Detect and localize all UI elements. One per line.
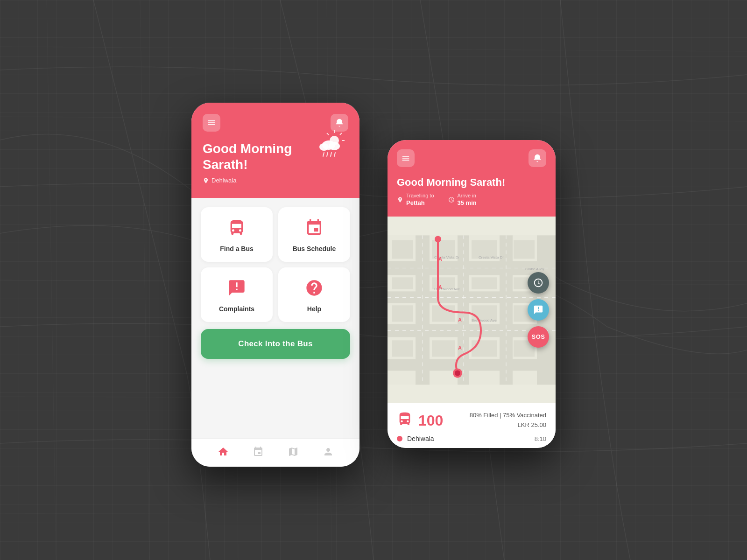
bus-stats-line1: 80% Filled | 75% Vaccinated [470, 411, 546, 420]
svg-rect-17 [402, 160, 409, 161]
svg-line-11 [323, 153, 324, 156]
right-menu-button[interactable] [397, 149, 415, 167]
travelling-to-label: Travelling to [406, 192, 434, 199]
help-card[interactable]: Help [278, 267, 350, 322]
travel-info: Travelling to Pettah Arrive in 35 min [397, 192, 546, 207]
location-label: Dehiwala [211, 177, 236, 184]
svg-rect-2 [208, 124, 215, 125]
menu-button[interactable] [203, 114, 220, 132]
sos-fab[interactable]: SOS [528, 326, 549, 348]
right-phone-header: Good Morning Sarath! Travelling to Petta… [388, 140, 556, 217]
svg-text:A: A [438, 284, 442, 290]
right-notification-button[interactable] [529, 149, 546, 167]
find-bus-card[interactable]: Find a Bus [201, 207, 273, 262]
phones-container: Good MorningSarath! Dehiwala [191, 103, 556, 467]
svg-text:A: A [438, 256, 442, 262]
svg-rect-16 [402, 158, 409, 159]
phone-right: Good Morning Sarath! Travelling to Petta… [388, 140, 556, 448]
clock-fab[interactable] [528, 272, 549, 294]
svg-rect-45 [514, 240, 535, 259]
bottom-nav [191, 438, 359, 467]
svg-line-4 [340, 133, 342, 135]
svg-line-6 [327, 133, 329, 135]
complaints-label: Complaints [219, 305, 254, 313]
svg-text:A: A [458, 317, 462, 322]
svg-rect-1 [208, 122, 215, 123]
svg-line-12 [327, 153, 328, 156]
svg-rect-33 [392, 240, 413, 259]
sos-label: SOS [532, 333, 545, 340]
svg-text:Globe Alley: Globe Alley [525, 267, 544, 271]
svg-text:Cresta Vista Dr: Cresta Vista Dr [479, 255, 504, 259]
svg-text:Brentwood Ave: Brentwood Ave [472, 318, 497, 322]
right-greeting: Good Morning Sarath! [397, 176, 546, 189]
stop-time: 8:10 [535, 435, 546, 442]
svg-rect-42 [392, 340, 413, 357]
svg-rect-43 [432, 340, 455, 357]
svg-rect-15 [402, 156, 409, 157]
stop-name: Dehiwala [407, 435, 434, 442]
help-icon [305, 279, 324, 300]
svg-rect-44 [472, 340, 497, 357]
weather-icon [311, 128, 348, 163]
bus-stats: 80% Filled | 75% Vaccinated LKR 25.00 [470, 411, 546, 430]
bus-stop-row: Dehiwala 8:10 [397, 435, 546, 442]
bus-schedule-label: Bus Schedule [293, 245, 336, 252]
stop-dot [397, 436, 402, 441]
calendar-clock-icon [305, 218, 324, 239]
find-bus-label: Find a Bus [220, 245, 254, 252]
phone-left: Good MorningSarath! Dehiwala [191, 103, 359, 467]
fab-container: SOS [528, 272, 549, 348]
svg-rect-38 [472, 277, 497, 289]
arrive-in-label: Arrive in [458, 192, 477, 199]
grid-menu: Find a Bus Bus Schedule [201, 207, 350, 322]
svg-point-9 [329, 142, 340, 150]
bus-icon-large [397, 411, 413, 430]
svg-line-14 [334, 153, 335, 156]
checkin-button[interactable]: Check Into the Bus [201, 329, 350, 359]
svg-rect-22 [388, 359, 556, 371]
left-phone-header: Good MorningSarath! Dehiwala [191, 103, 359, 198]
bus-number: 100 [418, 412, 443, 429]
svg-point-10 [319, 143, 329, 151]
bus-info-panel: 100 80% Filled | 75% Vaccinated LKR 25.0… [388, 403, 556, 448]
nav-profile[interactable] [323, 446, 334, 457]
bus-stats-line2: LKR 25.00 [470, 420, 546, 430]
arrive-in-value: 35 min [458, 199, 477, 207]
svg-point-58 [435, 236, 441, 242]
nav-map[interactable] [288, 446, 299, 457]
complaint-fab[interactable] [528, 299, 549, 321]
help-label: Help [307, 305, 321, 313]
complaints-card[interactable]: Complaints [201, 267, 273, 322]
svg-rect-36 [392, 277, 413, 289]
svg-point-60 [455, 370, 460, 376]
map-view: Cresta Vista Dr Cresta Vista Dr Globe Al… [388, 217, 556, 404]
svg-text:A: A [458, 345, 462, 350]
destination-value: Pettah [406, 199, 434, 207]
checkin-label: Check Into the Bus [238, 339, 312, 348]
location-row: Dehiwala [203, 177, 348, 184]
travel-destination: Travelling to Pettah [397, 192, 434, 207]
bus-info-row: 100 80% Filled | 75% Vaccinated LKR 25.0… [397, 411, 546, 430]
nav-schedule[interactable] [253, 446, 264, 457]
left-phone-body: Find a Bus Bus Schedule [191, 198, 359, 438]
bus-schedule-card[interactable]: Bus Schedule [278, 207, 350, 262]
nav-home[interactable] [218, 446, 229, 457]
svg-rect-39 [392, 305, 413, 322]
bus-icon [227, 218, 246, 239]
svg-line-13 [331, 153, 331, 156]
svg-rect-0 [208, 120, 215, 121]
arrive-info: Arrive in 35 min [448, 192, 477, 207]
complaint-icon [227, 279, 246, 300]
